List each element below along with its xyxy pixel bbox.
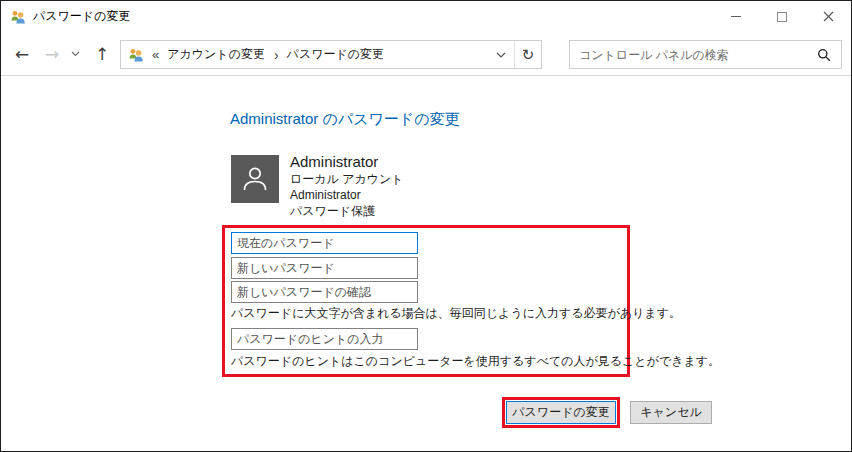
current-password-field[interactable] [231, 232, 418, 254]
new-password-field[interactable] [231, 257, 418, 279]
maximize-button[interactable] [759, 1, 805, 32]
breadcrumb-item-account-change[interactable]: アカウントの変更 [167, 46, 265, 63]
account-type: ローカル アカウント [290, 171, 404, 187]
close-icon [823, 11, 834, 22]
navigation-toolbar: ← → ↑ « アカウントの変更 › パスワードの変更 [1, 32, 851, 76]
minimize-button[interactable] [713, 1, 759, 32]
user-accounts-icon [128, 47, 144, 63]
confirm-password-field[interactable] [231, 281, 418, 303]
change-password-button[interactable]: パスワードの変更 [506, 401, 616, 424]
account-info: Administrator ローカル アカウント Administrator パ… [290, 152, 404, 219]
up-button[interactable]: ↑ [89, 41, 115, 67]
password-hint-field[interactable] [231, 328, 418, 350]
account-name: Administrator [290, 152, 404, 171]
breadcrumb-item-password-change[interactable]: パスワードの変更 [287, 46, 384, 63]
back-button[interactable]: ← [9, 41, 35, 67]
user-accounts-icon [10, 9, 26, 25]
red-annotation-button-box: パスワードの変更 [502, 397, 620, 428]
change-password-window: パスワードの変更 ← → ↑ [0, 0, 852, 452]
address-bar[interactable]: « アカウントの変更 › パスワードの変更 ↻ [120, 40, 542, 69]
case-sensitivity-note: パスワードに大文字が含まれる場合は、毎回同じように入力する必要があります。 [231, 305, 681, 322]
minimize-icon [731, 16, 741, 17]
hint-visibility-note: パスワードのヒントはこのコンピューターを使用するすべての人が見ることができます。 [231, 353, 720, 370]
account-group: Administrator [290, 187, 404, 203]
search-icon [817, 48, 831, 62]
recent-pages-dropdown[interactable] [67, 41, 83, 67]
maximize-icon [777, 12, 787, 22]
breadcrumb-collapsed-icon[interactable]: « [152, 47, 159, 62]
window-title: パスワードの変更 [33, 8, 130, 25]
breadcrumb-separator-icon: › [274, 48, 279, 62]
cancel-button[interactable]: キャンセル [630, 401, 712, 424]
account-protection: パスワード保護 [290, 203, 404, 219]
chevron-down-icon [71, 51, 80, 57]
close-button[interactable] [805, 1, 851, 32]
search-box [569, 40, 842, 69]
main-content: Administrator のパスワードの変更 Administrator ロー… [1, 76, 851, 451]
page-title: Administrator のパスワードの変更 [230, 110, 460, 129]
refresh-button[interactable]: ↻ [514, 41, 541, 68]
chevron-down-icon [496, 52, 506, 58]
avatar [231, 155, 279, 203]
forward-button[interactable]: → [39, 41, 65, 67]
search-input[interactable] [570, 41, 817, 68]
person-silhouette-icon [237, 161, 273, 197]
title-bar: パスワードの変更 [1, 1, 851, 32]
address-dropdown-button[interactable] [488, 41, 514, 68]
